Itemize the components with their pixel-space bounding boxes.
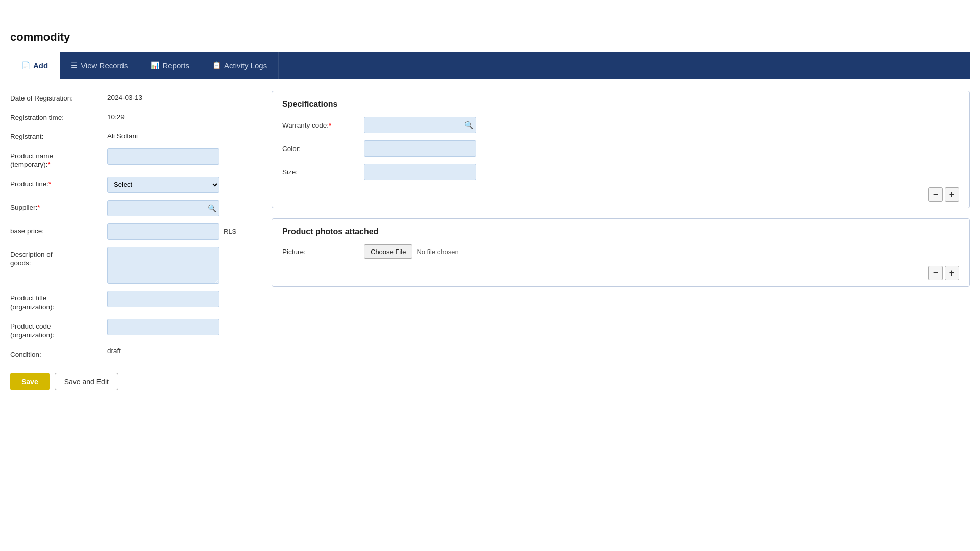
supplier-label: Supplier:* (10, 200, 107, 212)
product-name-label: Product name(temporary):* (10, 148, 107, 169)
no-file-text: No file chosen (416, 248, 458, 256)
registrant-row: Registrant: Ali Soltani (10, 129, 255, 141)
product-title-label: Product title(organization): (10, 291, 107, 312)
specifications-title: Specifications (282, 99, 959, 109)
registration-time-value: 10:29 (107, 110, 125, 121)
product-title-input[interactable] (107, 291, 219, 307)
description-textarea[interactable] (107, 247, 219, 284)
warranty-code-row: Warranty code:* 🔍 (282, 117, 959, 133)
page-divider (10, 405, 970, 405)
picture-row: Picture: Choose File No file chosen (282, 244, 959, 259)
condition-label: Condition: (10, 347, 107, 359)
save-and-edit-button[interactable]: Save and Edit (55, 373, 118, 390)
product-line-select[interactable]: Select Option 1 Option 2 (107, 177, 219, 193)
bottom-buttons: Save Save and Edit (10, 373, 255, 390)
product-line-row: Product line:* Select Option 1 Option 2 (10, 177, 255, 193)
warranty-search-icon[interactable]: 🔍 (464, 121, 473, 129)
registration-time-row: Registration time: 10:29 (10, 110, 255, 122)
description-label: Description ofgoods: (10, 247, 107, 268)
supplier-row: Supplier:* 🔍 (10, 200, 255, 216)
nav-item-view-records[interactable]: ☰ View Records (60, 52, 139, 79)
page-title: commodity (10, 31, 970, 44)
warranty-code-input-wrapper: 🔍 (364, 117, 476, 133)
photos-remove-button[interactable]: − (928, 266, 943, 280)
registrant-value: Ali Soltani (107, 129, 138, 140)
size-label: Size: (282, 168, 364, 176)
date-of-registration-value: 2024-03-13 (107, 91, 142, 102)
color-row: Color: (282, 140, 959, 157)
base-price-row: base price: RLS (10, 223, 255, 240)
condition-value: draft (107, 347, 121, 355)
nav-item-add[interactable]: 📄 Add (10, 52, 60, 79)
condition-row: Condition: draft (10, 347, 255, 359)
warranty-code-input[interactable] (364, 117, 476, 133)
size-input[interactable] (364, 164, 476, 180)
nav-label-activity-logs: Activity Logs (224, 61, 267, 70)
product-code-label: Product code(organization): (10, 319, 107, 340)
base-price-input[interactable] (107, 223, 219, 240)
product-line-label: Product line:* (10, 177, 107, 189)
product-code-input[interactable] (107, 319, 219, 335)
supplier-search-icon[interactable]: 🔍 (208, 204, 216, 212)
spec-add-button[interactable]: + (945, 187, 959, 202)
photos-add-button[interactable]: + (945, 266, 959, 280)
nav-item-reports[interactable]: 📊 Reports (139, 52, 201, 79)
nav-label-add: Add (33, 61, 48, 70)
size-row: Size: (282, 164, 959, 180)
right-panel: Specifications Warranty code:* 🔍 Color: (272, 91, 970, 287)
warranty-code-label: Warranty code:* (282, 121, 364, 129)
date-of-registration-label: Date of Registration: (10, 91, 107, 103)
nav-item-activity-logs[interactable]: 📋 Activity Logs (201, 52, 279, 79)
registration-time-label: Registration time: (10, 110, 107, 122)
save-button[interactable]: Save (10, 373, 50, 390)
color-label: Color: (282, 145, 364, 153)
product-name-input[interactable] (107, 148, 219, 165)
description-row: Description ofgoods: (10, 247, 255, 284)
date-of-registration-row: Date of Registration: 2024-03-13 (10, 91, 255, 103)
spec-action-buttons: − + (282, 187, 959, 202)
product-name-row: Product name(temporary):* (10, 148, 255, 169)
picture-label: Picture: (282, 248, 364, 256)
photos-title: Product photos attached (282, 227, 959, 236)
supplier-input-wrapper: 🔍 (107, 200, 219, 216)
product-code-row: Product code(organization): (10, 319, 255, 340)
photos-action-buttons: − + (282, 266, 959, 280)
choose-file-button[interactable]: Choose File (364, 244, 412, 259)
supplier-input[interactable] (107, 200, 219, 216)
price-row: RLS (107, 223, 236, 240)
list-icon: ☰ (71, 61, 78, 69)
registrant-label: Registrant: (10, 129, 107, 141)
reports-icon: 📊 (151, 61, 159, 69)
nav-label-reports: Reports (162, 61, 189, 70)
specifications-box: Specifications Warranty code:* 🔍 Color: (272, 91, 970, 208)
nav-label-view-records: View Records (81, 61, 128, 70)
photos-box: Product photos attached Picture: Choose … (272, 218, 970, 287)
content-area: Date of Registration: 2024-03-13 Registr… (10, 91, 970, 390)
activity-icon: 📋 (212, 61, 221, 69)
spec-remove-button[interactable]: − (928, 187, 943, 202)
product-title-row: Product title(organization): (10, 291, 255, 312)
nav-bar: 📄 Add ☰ View Records 📊 Reports 📋 Activit… (10, 52, 970, 79)
price-unit: RLS (224, 228, 236, 235)
color-input[interactable] (364, 140, 476, 157)
base-price-label: base price: (10, 223, 107, 236)
left-panel: Date of Registration: 2024-03-13 Registr… (10, 91, 255, 390)
add-icon: 📄 (21, 61, 30, 69)
